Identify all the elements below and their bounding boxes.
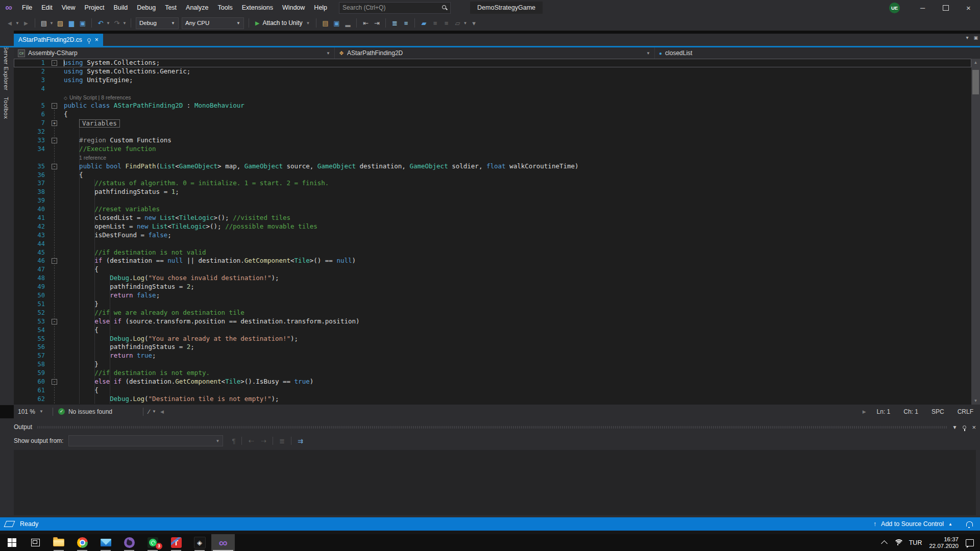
chrome-icon[interactable] (70, 534, 94, 551)
uncomment-icon[interactable]: ≡ (441, 17, 451, 29)
word-wrap-icon[interactable]: ⇉ (298, 437, 303, 445)
code-line[interactable]: 36 { (14, 171, 971, 180)
code-line[interactable]: 50 return false; (14, 291, 971, 300)
clock[interactable]: 16:37 22.07.2020 (929, 536, 959, 549)
background-tasks-icon[interactable] (4, 521, 15, 527)
indent-decrease-icon[interactable]: ≣ (389, 17, 400, 29)
mail-icon[interactable] (94, 534, 117, 551)
code-line[interactable]: 56 pathfindingStatus = 2; (14, 343, 971, 352)
project-dropdown[interactable]: C# Assembly-CSharp ▼ (14, 47, 335, 59)
clear-all-icon[interactable]: ≣ (279, 437, 285, 445)
collapse-region-icon[interactable]: - (52, 319, 57, 324)
new-project-icon[interactable]: ▤ (39, 17, 49, 29)
whatsapp-icon[interactable]: 3 (141, 534, 164, 551)
column-indicator[interactable]: Ch: 1 (897, 408, 925, 415)
code-line[interactable]: 35- public bool FindPath(List<GameObject… (14, 162, 971, 171)
code-line[interactable]: 41 closedList = new List<TileLogic>(); /… (14, 214, 971, 222)
line-ending-indicator[interactable]: CRLF (951, 408, 980, 415)
output-panel-title[interactable]: Output (14, 423, 32, 431)
menu-item-view[interactable]: View (57, 0, 80, 15)
undo-icon[interactable]: ↶ (95, 17, 106, 29)
code-cleanup-icon[interactable]: ∕ (149, 408, 150, 415)
code-line[interactable]: 34 //Executive function (14, 145, 971, 154)
float-window-icon[interactable]: ▣ (973, 35, 978, 40)
code-line[interactable]: 4 (14, 85, 971, 93)
code-line[interactable]: 54 { (14, 326, 971, 335)
tab-close-icon[interactable]: × (95, 36, 99, 43)
output-source-select[interactable]: ▼ (68, 435, 223, 446)
comment-icon[interactable]: ≡ (430, 17, 440, 29)
collapse-region-icon[interactable]: - (52, 60, 57, 66)
code-line[interactable]: 60- else if (destination.GetComponent<Ti… (14, 378, 971, 386)
code-line[interactable]: 48 Debug.Log("You chose invalid destinat… (14, 274, 971, 283)
code-line[interactable]: 1-using System.Collections; (14, 59, 971, 67)
chevron-down-icon[interactable]: ▼ (15, 17, 20, 29)
unity-icon[interactable]: ◈ (188, 534, 211, 551)
collapsed-region-variables[interactable]: Variables (79, 119, 120, 128)
type-dropdown[interactable]: ❖ AStarPathFinding2D ▼ (335, 47, 655, 59)
open-file-icon[interactable]: ▨ (55, 17, 65, 29)
collapse-region-icon[interactable]: - (52, 379, 57, 385)
restore-icon[interactable] (934, 0, 957, 15)
menu-item-edit[interactable]: Edit (37, 0, 57, 15)
visual-studio-icon[interactable]: ∞ (211, 534, 235, 551)
code-line[interactable]: 7+Variables (14, 119, 971, 128)
sidebar-item-toolbox[interactable]: Toolbox (3, 97, 9, 119)
code-line[interactable]: 43 isDestFound = false; (14, 231, 971, 240)
menu-item-debug[interactable]: Debug (132, 0, 160, 15)
chevron-down-icon[interactable]: ▼ (122, 17, 128, 29)
expand-region-icon[interactable]: + (52, 120, 57, 126)
code-line[interactable]: 39 (14, 196, 971, 205)
code-line[interactable]: 38 pathfindingStatus = 1; (14, 188, 971, 196)
save-icon[interactable]: ▆ (66, 17, 77, 29)
menu-item-window[interactable]: Window (278, 0, 309, 15)
wifi-icon[interactable] (894, 539, 902, 546)
minimize-editor-icon[interactable]: ▂ (342, 17, 353, 29)
scrollbar-thumb[interactable] (972, 70, 979, 94)
task-view-button[interactable] (23, 534, 47, 551)
scroll-down-icon[interactable]: ▼ (971, 398, 980, 403)
member-dropdown[interactable]: ● closedList (655, 47, 980, 59)
issues-status[interactable]: No issues found (68, 408, 112, 415)
code-line[interactable]: 52 //if we are already on destination ti… (14, 309, 971, 317)
scroll-up-icon[interactable]: ▲ (971, 60, 980, 65)
window-position-chevron-icon[interactable]: ▼ (952, 424, 958, 430)
code-line[interactable]: 45 //if destination is not valid (14, 248, 971, 257)
code-line[interactable]: 32 (14, 128, 971, 136)
scroll-right-icon[interactable]: ▶ (863, 409, 866, 414)
add-to-source-control-button[interactable]: Add to Source Control (881, 520, 944, 528)
code-line[interactable]: 46- if (destination == null || destinati… (14, 257, 971, 265)
unity-preview-icon[interactable]: ▣ (331, 17, 341, 29)
code-line[interactable]: 55 Debug.Log("You are already at the des… (14, 335, 971, 343)
search-icon[interactable] (442, 5, 447, 10)
platform-combo[interactable]: Any CPU▼ (182, 17, 244, 29)
file-explorer-icon[interactable] (47, 534, 70, 551)
collapse-region-icon[interactable]: - (52, 138, 57, 143)
code-line[interactable]: 2using System.Collections.Generic; (14, 67, 971, 76)
redo-icon[interactable]: ↷ (112, 17, 122, 29)
next-message-icon[interactable]: ⇢ (261, 437, 266, 445)
minimize-icon[interactable]: ─ (911, 0, 934, 15)
code-line[interactable]: 33- #region Custom Functions (14, 136, 971, 145)
code-line[interactable]: 6{ (14, 110, 971, 119)
message-filter-icon[interactable]: ¶ (232, 437, 235, 445)
chevron-down-icon[interactable]: ▼ (106, 17, 111, 29)
tureng-icon[interactable]: T (164, 534, 188, 551)
pin-icon[interactable] (963, 425, 966, 429)
navigate-forward-code-icon[interactable]: ⇥ (372, 17, 382, 29)
tab-astarpathfinding2d[interactable]: AStarPathFinding2D.cs × (14, 34, 103, 46)
codelens-info[interactable]: 1 reference (14, 154, 971, 162)
menu-item-file[interactable]: File (17, 0, 37, 15)
github-desktop-icon[interactable] (117, 534, 141, 551)
code-line[interactable]: 3using UnityEngine; (14, 76, 971, 85)
code-line[interactable]: 59 //if destination is not empty. (14, 369, 971, 378)
code-line[interactable]: 58 } (14, 360, 971, 369)
menu-item-analyze[interactable]: Analyze (181, 0, 213, 15)
code-line[interactable]: 51 } (14, 300, 971, 309)
previous-message-icon[interactable]: ⇠ (248, 437, 254, 445)
collapse-region-icon[interactable]: - (52, 164, 57, 169)
menu-item-extensions[interactable]: Extensions (237, 0, 278, 15)
horizontal-scrollbar[interactable]: ◀ ▶ (156, 409, 870, 414)
codelens-info[interactable]: ◇Unity Script | 8 references (14, 93, 971, 102)
toolbar-overflow-icon[interactable]: ▾ (469, 17, 479, 29)
